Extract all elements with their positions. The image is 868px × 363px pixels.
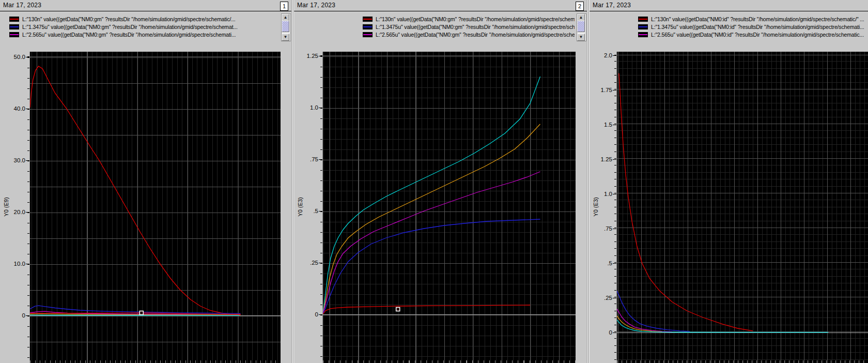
legend-swatch xyxy=(638,32,648,37)
y-tick-label: 1.0 xyxy=(298,104,318,111)
y-tick-label: 1.75 xyxy=(592,87,612,93)
legend-swatch xyxy=(638,24,648,29)
scroll-thumb[interactable] xyxy=(577,21,585,32)
legend-swatch xyxy=(638,17,648,22)
legend-swatch xyxy=(9,24,19,29)
waveform-viewer-window: Mar 17, 20231L:"130n" value((getData("NM… xyxy=(0,0,868,363)
y-tick-label: 0 xyxy=(592,329,612,336)
y-tick-label: 0 xyxy=(298,311,318,317)
legend-label: L:"2.565u" value((getData("NM0:gm" ?resu… xyxy=(376,32,575,38)
legend-swatch xyxy=(363,24,373,29)
scroll-up-button[interactable]: ▲ xyxy=(282,14,289,21)
trace-2.565u[interactable] xyxy=(617,309,672,331)
y-tick-label: 1.25 xyxy=(298,53,318,59)
scroll-down-button[interactable]: ▼ xyxy=(282,34,289,41)
plot-area[interactable] xyxy=(322,52,576,363)
trace-1.3475u[interactable] xyxy=(617,291,690,331)
y-tick-label: 2.0 xyxy=(592,52,612,58)
legend-label: L:"2.565u" value((getData("NM0:id" ?resu… xyxy=(651,32,864,38)
panel-number-box: 1 xyxy=(280,2,288,11)
legend-label: L:"130n" value((getData("NM0:gm" ?result… xyxy=(376,16,575,22)
legend-label: L:"1.3475u" value((getData("NM0:gm" ?res… xyxy=(376,24,575,30)
y-axis-label: Y0 (E3) xyxy=(297,186,303,228)
legend-row[interactable]: L:"130n" value((getData("NM0:gm" ?result… xyxy=(9,15,279,23)
legend-scrollbar[interactable]: ▲▼ xyxy=(577,13,586,41)
header-rule xyxy=(294,11,587,11)
y-tick-label: .25 xyxy=(298,260,318,266)
y-tick-label: .5 xyxy=(298,208,318,214)
scroll-down-button[interactable]: ▼ xyxy=(577,34,585,41)
panel-date: Mar 17, 2023 xyxy=(593,2,631,9)
legend-swatch-color-line xyxy=(363,19,372,20)
legend-swatch-color-line xyxy=(10,26,19,27)
y-tick-label: 1.0 xyxy=(592,191,612,197)
x-tick-strip xyxy=(617,360,868,363)
curves-canvas[interactable] xyxy=(323,52,576,363)
y-tick-label: 20.0 xyxy=(5,209,25,215)
y-tick-label: .25 xyxy=(592,295,612,301)
x-tick-strip xyxy=(323,360,576,363)
x-tick-strip xyxy=(30,360,281,363)
legend-swatch-color-line xyxy=(10,34,19,35)
panel-separator[interactable] xyxy=(291,0,294,363)
panel-1: Mar 17, 20231L:"130n" value((getData("NM… xyxy=(0,0,291,363)
panel-number-box: 2 xyxy=(576,2,584,11)
y-tick-label: 50.0 xyxy=(5,54,25,60)
y-tick-label: .75 xyxy=(592,225,612,232)
panel-separator[interactable] xyxy=(587,0,590,363)
trace-130n[interactable] xyxy=(619,73,753,331)
y-tick-label: 1.5 xyxy=(592,122,612,128)
legend-label: L:"1.3475u" value((getData("NM0:gm" ?res… xyxy=(22,24,238,30)
plot-area[interactable] xyxy=(29,52,281,363)
legend-row[interactable]: L:"1.3475u" value((getData("NM0:id" ?res… xyxy=(638,23,867,31)
legend-swatch-color-line xyxy=(10,19,19,20)
legend-swatch xyxy=(363,17,373,22)
y-tick-label: 0 xyxy=(5,312,25,319)
legend-row[interactable]: L:"130n" value((getData("NM0:gm" ?result… xyxy=(363,15,575,23)
trace-marker[interactable] xyxy=(396,308,400,311)
scroll-up-button[interactable]: ▲ xyxy=(577,14,585,21)
legend-swatch-color-line xyxy=(363,26,372,27)
legend-row[interactable]: L:"2.565u" value((getData("NM0:gm" ?resu… xyxy=(9,31,279,38)
legend-scrollbar[interactable]: ▲▼ xyxy=(281,13,291,41)
trace-marker[interactable] xyxy=(140,311,143,315)
legend-row[interactable]: L:"1.3475u" value((getData("NM0:gm" ?res… xyxy=(363,23,575,31)
panel-date: Mar 17, 2023 xyxy=(297,2,335,9)
legend-swatch-color-line xyxy=(363,34,372,35)
y-tick-label: 1.25 xyxy=(592,156,612,162)
trace-130n[interactable] xyxy=(30,66,240,314)
legend-swatch xyxy=(363,32,373,37)
curves-canvas[interactable] xyxy=(30,52,281,363)
y-tick-label: 10.0 xyxy=(5,261,25,267)
trace-series-1[interactable] xyxy=(323,77,540,313)
header-rule xyxy=(0,11,291,11)
y-tick-label: 30.0 xyxy=(5,157,25,163)
scroll-thumb[interactable] xyxy=(282,21,289,32)
y-tick-label: 40.0 xyxy=(5,105,25,112)
legend-row[interactable]: L:"1.3475u" value((getData("NM0:gm" ?res… xyxy=(9,23,279,31)
panel-3: Mar 17, 2023L:"130n" value((getData("NM0… xyxy=(590,0,868,363)
legend-label: L:"130n" value((getData("NM0:gm" ?result… xyxy=(22,16,236,22)
plot-area[interactable] xyxy=(616,52,868,363)
curves-canvas[interactable] xyxy=(617,52,868,363)
legend-swatch-color-line xyxy=(639,19,647,20)
legend-row[interactable]: L:"2.565u" value((getData("NM0:gm" ?resu… xyxy=(363,31,575,38)
trace-130n[interactable] xyxy=(323,305,530,314)
trace-series-2[interactable] xyxy=(323,124,540,313)
legend-label: L:"1.3475u" value((getData("NM0:id" ?res… xyxy=(651,24,864,30)
y-tick-label: .75 xyxy=(298,156,318,162)
panel-2: Mar 17, 20232L:"130n" value((getData("NM… xyxy=(294,0,587,363)
legend-swatch-color-line xyxy=(639,26,647,27)
header-rule xyxy=(590,11,868,11)
y-tick-label: .5 xyxy=(592,260,612,266)
trace-1.3475u[interactable] xyxy=(323,219,540,313)
legend-label: L:"130n" value((getData("NM0:id" ?result… xyxy=(651,16,864,22)
trace-series-5[interactable] xyxy=(617,320,828,332)
legend-row[interactable]: L:"2.565u" value((getData("NM0:id" ?resu… xyxy=(638,31,867,38)
legend-row[interactable]: L:"130n" value((getData("NM0:id" ?result… xyxy=(638,15,867,23)
y-axis-label: Y0 (E9) xyxy=(3,186,9,228)
panel-date: Mar 17, 2023 xyxy=(3,2,41,9)
trace-2.565u[interactable] xyxy=(323,172,540,313)
trace-series-6[interactable] xyxy=(30,315,239,315)
legend-label: L:"2.565u" value((getData("NM0:gm" ?resu… xyxy=(22,32,236,38)
